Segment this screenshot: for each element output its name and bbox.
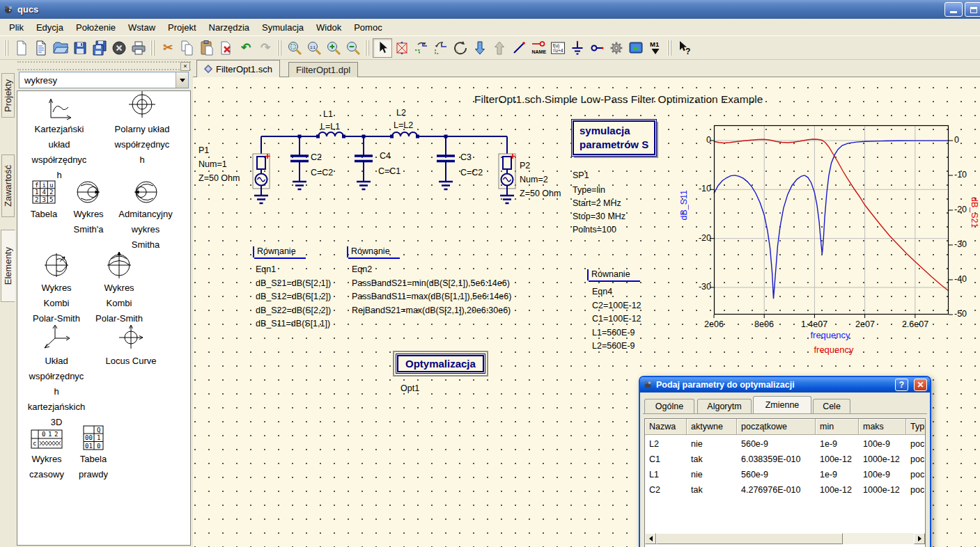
insert-equation-button[interactable]: f(u)=u+4	[548, 38, 568, 58]
label-L1: L1	[323, 109, 333, 119]
redo-button[interactable]: ↷	[256, 38, 275, 58]
pop-out-button[interactable]	[490, 38, 509, 58]
component-P1[interactable]	[253, 154, 270, 203]
dock-handle[interactable]: ×	[17, 61, 191, 70]
copy-button[interactable]	[178, 38, 197, 58]
dialog-tab-algorytm[interactable]: Algorytm	[697, 399, 752, 413]
menu-item-narzedzia[interactable]: Narzędzia	[203, 19, 256, 35]
col-header-aktywne[interactable]: aktywne	[687, 419, 737, 435]
dialog-help-button[interactable]: ?	[895, 379, 908, 391]
scissors-icon: ✂	[163, 42, 173, 54]
component-P2[interactable]	[499, 154, 515, 203]
menu-item-polozenie[interactable]: Położenie	[70, 19, 122, 35]
maximize-button[interactable]	[965, 2, 980, 17]
go-into-subcircuit-button[interactable]	[470, 38, 490, 58]
dialog-tab-zmienne[interactable]: Zmienne	[753, 396, 811, 413]
palette-item-polar-diagram[interactable]: Polarny układ współrzędnyc h	[98, 90, 186, 168]
sidebar-tab-elementy[interactable]: Elementy	[1, 230, 15, 302]
delete-button[interactable]	[217, 38, 236, 58]
col-header-min[interactable]: min	[816, 419, 859, 435]
mirror-about-x-button[interactable]	[412, 38, 431, 58]
component-L2[interactable]	[390, 132, 419, 138]
print-button[interactable]	[129, 38, 148, 58]
horizontal-scrollbar[interactable]	[645, 533, 925, 544]
open-file-button[interactable]	[51, 38, 70, 58]
equation-header-eqn2[interactable]: Równanie	[347, 246, 390, 257]
insert-wire-button[interactable]	[509, 38, 529, 58]
tab-filteropt1-sch[interactable]: FilterOpt1.sch	[196, 60, 280, 77]
set-marker-button[interactable]: M1	[646, 38, 665, 58]
paste-button[interactable]	[197, 38, 217, 58]
dialog-tab-cele[interactable]: Cele	[813, 399, 850, 413]
mirror-about-y-button[interactable]	[431, 38, 451, 58]
select-pointer-button[interactable]	[373, 38, 392, 58]
palette-item-smith-chart[interactable]: Wykres Smith'a	[65, 177, 112, 237]
sidebar-tab-projekty[interactable]: Projekty	[1, 73, 15, 118]
component-L1[interactable]	[316, 132, 345, 138]
insert-wire-label-button[interactable]: NAME	[529, 38, 548, 58]
schematic-file-icon	[204, 65, 212, 73]
palette-item-smith-polar-combi[interactable]: Wykres Kombi Polar-Smith	[83, 250, 155, 326]
palette-item-admittance-smith[interactable]: Admitancyjny wykres Smitha	[111, 177, 180, 253]
menu-item-widok[interactable]: Widok	[310, 19, 348, 35]
s-parameter-simulation-block[interactable]: symulacja parametrów S	[571, 119, 657, 157]
optimization-block[interactable]: Optymalizacja	[393, 351, 488, 376]
col-header-poczatkowe[interactable]: początkowe	[737, 419, 816, 435]
palette-item-locus-curve[interactable]: Locus Curve	[88, 322, 173, 369]
scroll-left-icon[interactable]	[645, 533, 656, 544]
scrollbar-thumb[interactable]	[656, 533, 843, 544]
dialog-titlebar[interactable]: Podaj parametry do optymalizacji ? ✕	[640, 377, 930, 393]
equation-header-eqn1[interactable]: Równanie	[253, 246, 296, 257]
palette-item-truth-table[interactable]: Q001010 Tabela prawdy	[63, 424, 123, 482]
palette-item-table[interactable]: fiu142235 Tabela	[22, 177, 66, 222]
view-data-display-button[interactable]	[626, 38, 646, 58]
whats-this-help-button[interactable]: ?	[675, 38, 694, 58]
delete-mode-button[interactable]	[392, 38, 412, 58]
document-area: FilterOpt1.sch FilterOpt1.dpl FilterOpt1…	[193, 60, 980, 547]
sidebar-tab-zawartosc[interactable]: Zawartość	[1, 154, 15, 217]
component-category-select[interactable]: wykresy	[19, 72, 189, 88]
menu-item-plik[interactable]: Plik	[3, 19, 30, 35]
close-file-button[interactable]	[109, 38, 129, 58]
menu-item-edycja[interactable]: Edycja	[30, 19, 70, 35]
menu-item-wstaw[interactable]: Wstaw	[122, 19, 162, 35]
palette-item-cartesian-3d[interactable]: Układ współrzędnyc h kartezjańskich 3D	[20, 322, 93, 430]
dialog-tabbar: Ogólne Algorytm Zmienne Cele	[644, 397, 927, 413]
s-parameter-chart[interactable]	[714, 125, 949, 315]
rotate-button[interactable]	[451, 38, 470, 58]
schematic-canvas[interactable]: FilterOpt1.sch Simple Low-Pass Filter Op…	[193, 77, 980, 547]
palette-item-cartesian-diagram[interactable]: Kartezjański układ współrzędnyc h	[17, 95, 101, 183]
component-C2[interactable]	[290, 135, 309, 190]
svg-text:f: f	[35, 182, 38, 189]
simulate-button[interactable]	[607, 38, 626, 58]
new-document-button[interactable]	[12, 38, 31, 58]
zoom-one-to-one-button[interactable]: 1:1	[304, 38, 324, 58]
dialog-tab-ogolne[interactable]: Ogólne	[644, 399, 694, 413]
undo-button[interactable]: ↶	[236, 38, 256, 58]
zoom-in-button[interactable]	[324, 38, 343, 58]
col-header-nazwa[interactable]: Nazwa	[645, 419, 687, 435]
menu-item-symulacja[interactable]: Symulacja	[256, 19, 310, 35]
open-text-document-button[interactable]	[31, 38, 51, 58]
save-button[interactable]	[70, 38, 90, 58]
insert-port-button[interactable]	[587, 38, 607, 58]
zoom-fit-button[interactable]	[285, 38, 304, 58]
zoom-out-button[interactable]	[343, 38, 363, 58]
chevron-down-icon[interactable]	[176, 72, 188, 88]
menu-item-projekt[interactable]: Projekt	[162, 19, 202, 35]
palette-item-polar-smith-combi[interactable]: Wykres Kombi Polar-Smith	[20, 250, 93, 326]
menu-item-pomoc[interactable]: Pomoc	[348, 19, 388, 35]
dialog-close-button[interactable]: ✕	[914, 379, 927, 391]
scroll-right-icon[interactable]	[914, 533, 925, 544]
tab-filteropt1-dpl[interactable]: FilterOpt1.dpl	[288, 62, 358, 77]
minimize-button[interactable]	[944, 2, 963, 17]
col-header-maks[interactable]: maks	[859, 419, 906, 435]
component-C4[interactable]	[355, 135, 373, 190]
cut-button[interactable]: ✂	[158, 38, 178, 58]
dock-close-icon[interactable]: ×	[180, 62, 190, 71]
save-all-button[interactable]	[90, 38, 109, 58]
component-C3[interactable]	[437, 135, 455, 190]
insert-ground-button[interactable]	[568, 38, 587, 58]
equation-header-eqn4[interactable]: Równanie	[587, 269, 630, 280]
col-header-typ[interactable]: Typ	[906, 419, 926, 435]
